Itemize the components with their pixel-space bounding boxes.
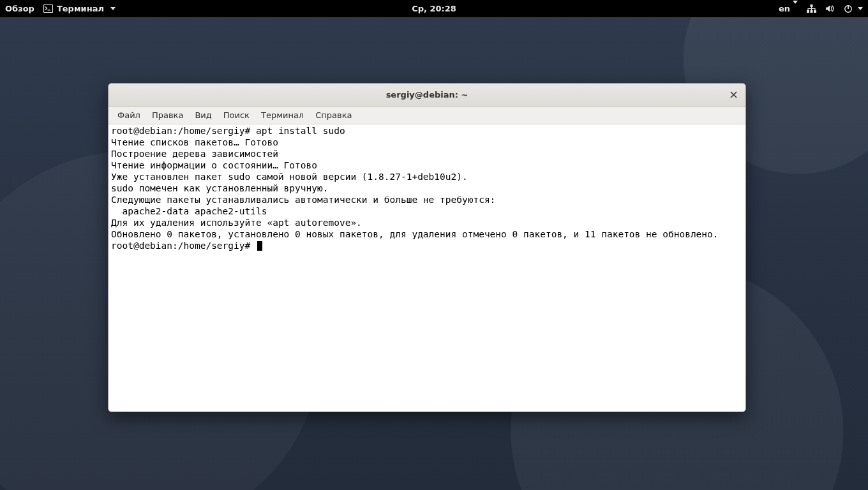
menu-view[interactable]: Вид [190, 108, 216, 122]
system-menu[interactable] [844, 4, 863, 13]
terminal-window: sergiy@debian: ~ Файл Правка Вид Поиск Т… [108, 83, 746, 412]
menubar: Файл Правка Вид Поиск Терминал Справка [108, 107, 745, 124]
clock[interactable]: Ср, 20:28 [412, 4, 456, 13]
app-menu[interactable]: Терминал [43, 4, 116, 13]
cursor [257, 241, 262, 251]
svg-rect-3 [807, 10, 809, 13]
keyboard-layout-indicator[interactable]: en [779, 4, 798, 13]
power-icon [844, 4, 853, 13]
window-title: sergiy@debian: ~ [386, 90, 468, 100]
gnome-topbar: Обзор Терминал Ср, 20:28 en [0, 0, 868, 17]
terminal-viewport[interactable]: root@debian:/home/sergiy# apt install su… [108, 124, 745, 412]
svg-rect-4 [811, 10, 813, 13]
svg-rect-2 [811, 4, 813, 7]
menu-search[interactable]: Поиск [218, 108, 255, 122]
terminal-icon [43, 4, 53, 13]
svg-rect-0 [43, 5, 52, 13]
menu-edit[interactable]: Правка [147, 108, 188, 122]
menu-file[interactable]: Файл [112, 108, 146, 122]
window-titlebar[interactable]: sergiy@debian: ~ [108, 84, 745, 107]
volume-icon[interactable] [825, 4, 835, 13]
chevron-down-icon [110, 7, 116, 10]
close-button[interactable] [726, 88, 740, 102]
chevron-down-icon [793, 1, 798, 13]
menu-help[interactable]: Справка [310, 108, 357, 122]
menu-terminal[interactable]: Терминал [256, 108, 309, 122]
chevron-down-icon [858, 7, 863, 10]
keyboard-layout-label: en [779, 4, 790, 13]
activities-button[interactable]: Обзор [5, 4, 34, 13]
svg-rect-5 [814, 10, 816, 13]
terminal-prompt: root@debian:/home/sergiy# [111, 241, 256, 251]
app-menu-label: Терминал [57, 4, 104, 13]
terminal-output: root@debian:/home/sergiy# apt install su… [111, 126, 719, 239]
close-icon [730, 89, 737, 101]
network-icon[interactable] [807, 4, 816, 13]
